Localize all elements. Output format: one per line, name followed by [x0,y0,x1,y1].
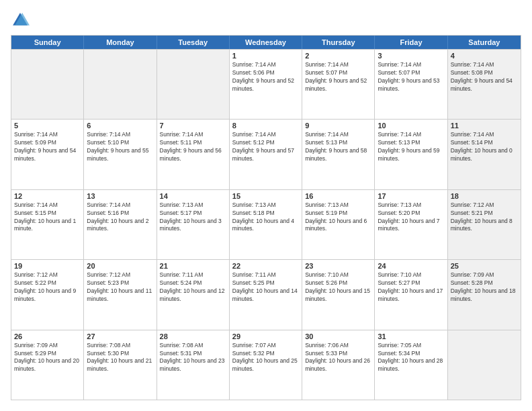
cal-cell: 31Sunrise: 7:05 AM Sunset: 5:34 PM Dayli… [375,330,447,400]
cal-cell: 1Sunrise: 7:14 AM Sunset: 5:06 PM Daylig… [230,50,302,119]
day-number: 4 [451,52,518,60]
day-info: Sunrise: 7:11 AM Sunset: 5:25 PM Dayligh… [232,271,299,304]
cal-cell: 27Sunrise: 7:08 AM Sunset: 5:30 PM Dayli… [84,330,157,400]
cal-cell: 12Sunrise: 7:14 AM Sunset: 5:15 PM Dayli… [11,190,84,259]
day-number: 15 [232,192,299,200]
cal-cell: 6Sunrise: 7:14 AM Sunset: 5:10 PM Daylig… [84,120,157,189]
cal-cell: 7Sunrise: 7:14 AM Sunset: 5:11 PM Daylig… [157,120,230,189]
cal-week-1: 1Sunrise: 7:14 AM Sunset: 5:06 PM Daylig… [11,49,521,119]
day-info: Sunrise: 7:13 AM Sunset: 5:18 PM Dayligh… [232,201,299,234]
day-info: Sunrise: 7:14 AM Sunset: 5:09 PM Dayligh… [14,131,81,163]
day-info: Sunrise: 7:14 AM Sunset: 5:14 PM Dayligh… [451,131,518,163]
cal-cell: 13Sunrise: 7:14 AM Sunset: 5:16 PM Dayli… [84,190,157,259]
day-number: 21 [160,262,226,270]
day-number: 22 [232,262,299,270]
day-number: 24 [378,262,444,270]
day-number: 31 [378,332,444,340]
day-number: 6 [87,122,153,130]
cal-cell: 21Sunrise: 7:11 AM Sunset: 5:24 PM Dayli… [157,260,230,329]
day-info: Sunrise: 7:13 AM Sunset: 5:17 PM Dayligh… [160,201,226,234]
day-number: 9 [305,122,371,130]
cal-cell [157,50,230,119]
day-number: 12 [14,192,81,200]
day-number: 13 [87,192,153,200]
cal-cell: 26Sunrise: 7:09 AM Sunset: 5:29 PM Dayli… [11,330,84,400]
cal-cell: 10Sunrise: 7:14 AM Sunset: 5:13 PM Dayli… [375,120,447,189]
cal-cell: 17Sunrise: 7:13 AM Sunset: 5:20 PM Dayli… [375,190,447,259]
cal-cell: 23Sunrise: 7:10 AM Sunset: 5:26 PM Dayli… [302,260,375,329]
cal-cell: 2Sunrise: 7:14 AM Sunset: 5:07 PM Daylig… [302,50,375,119]
day-number: 17 [378,192,444,200]
day-number: 14 [160,192,226,200]
cal-header-cell: Wednesday [230,36,302,49]
cal-header-cell: Friday [375,36,447,49]
cal-week-5: 26Sunrise: 7:09 AM Sunset: 5:29 PM Dayli… [11,330,521,400]
cal-cell: 14Sunrise: 7:13 AM Sunset: 5:17 PM Dayli… [157,190,230,259]
cal-cell: 28Sunrise: 7:08 AM Sunset: 5:31 PM Dayli… [157,330,230,400]
day-number: 3 [378,52,444,60]
day-info: Sunrise: 7:14 AM Sunset: 5:07 PM Dayligh… [378,61,444,93]
cal-cell: 3Sunrise: 7:14 AM Sunset: 5:07 PM Daylig… [375,50,447,119]
cal-cell: 25Sunrise: 7:09 AM Sunset: 5:28 PM Dayli… [448,260,521,329]
cal-week-2: 5Sunrise: 7:14 AM Sunset: 5:09 PM Daylig… [11,119,521,189]
day-info: Sunrise: 7:05 AM Sunset: 5:34 PM Dayligh… [378,342,444,374]
day-info: Sunrise: 7:08 AM Sunset: 5:31 PM Dayligh… [160,342,226,374]
day-info: Sunrise: 7:09 AM Sunset: 5:29 PM Dayligh… [14,342,81,374]
calendar-header-row: SundayMondayTuesdayWednesdayThursdayFrid… [11,36,521,49]
day-info: Sunrise: 7:14 AM Sunset: 5:13 PM Dayligh… [305,131,371,163]
cal-week-4: 19Sunrise: 7:12 AM Sunset: 5:22 PM Dayli… [11,259,521,329]
day-number: 19 [14,262,81,270]
day-info: Sunrise: 7:13 AM Sunset: 5:19 PM Dayligh… [305,201,371,234]
cal-cell: 8Sunrise: 7:14 AM Sunset: 5:12 PM Daylig… [230,120,302,189]
day-number: 8 [232,122,299,130]
day-info: Sunrise: 7:14 AM Sunset: 5:06 PM Dayligh… [232,61,299,93]
cal-cell: 5Sunrise: 7:14 AM Sunset: 5:09 PM Daylig… [11,120,84,189]
day-number: 1 [232,52,299,60]
cal-cell: 15Sunrise: 7:13 AM Sunset: 5:18 PM Dayli… [230,190,302,259]
day-info: Sunrise: 7:14 AM Sunset: 5:12 PM Dayligh… [232,131,299,163]
day-info: Sunrise: 7:08 AM Sunset: 5:30 PM Dayligh… [87,342,153,374]
logo-icon [11,11,30,30]
cal-cell [448,330,521,400]
day-number: 29 [232,332,299,340]
day-number: 2 [305,52,371,60]
day-info: Sunrise: 7:10 AM Sunset: 5:27 PM Dayligh… [378,271,444,304]
day-number: 18 [451,192,518,200]
day-number: 28 [160,332,226,340]
cal-cell [11,50,84,119]
cal-header-cell: Saturday [448,36,521,49]
day-number: 7 [160,122,226,130]
day-number: 30 [305,332,371,340]
logo [11,11,32,30]
day-info: Sunrise: 7:06 AM Sunset: 5:33 PM Dayligh… [305,342,371,374]
cal-header-cell: Monday [84,36,157,49]
cal-cell: 20Sunrise: 7:12 AM Sunset: 5:23 PM Dayli… [84,260,157,329]
header [11,11,521,30]
day-number: 5 [14,122,81,130]
day-number: 27 [87,332,153,340]
day-info: Sunrise: 7:14 AM Sunset: 5:10 PM Dayligh… [87,131,153,163]
day-info: Sunrise: 7:13 AM Sunset: 5:20 PM Dayligh… [378,201,444,234]
cal-header-cell: Sunday [11,36,84,49]
day-info: Sunrise: 7:14 AM Sunset: 5:07 PM Dayligh… [305,61,371,93]
day-info: Sunrise: 7:12 AM Sunset: 5:22 PM Dayligh… [14,271,81,304]
cal-cell: 22Sunrise: 7:11 AM Sunset: 5:25 PM Dayli… [230,260,302,329]
cal-cell: 29Sunrise: 7:07 AM Sunset: 5:32 PM Dayli… [230,330,302,400]
day-number: 23 [305,262,371,270]
cal-header-cell: Tuesday [157,36,230,49]
day-info: Sunrise: 7:12 AM Sunset: 5:23 PM Dayligh… [87,271,153,304]
page: SundayMondayTuesdayWednesdayThursdayFrid… [0,0,532,411]
day-number: 16 [305,192,371,200]
day-number: 20 [87,262,153,270]
cal-cell: 4Sunrise: 7:14 AM Sunset: 5:08 PM Daylig… [448,50,521,119]
day-number: 11 [451,122,518,130]
day-number: 25 [451,262,518,270]
cal-cell: 9Sunrise: 7:14 AM Sunset: 5:13 PM Daylig… [302,120,375,189]
day-info: Sunrise: 7:14 AM Sunset: 5:13 PM Dayligh… [378,131,444,163]
day-number: 10 [378,122,444,130]
day-info: Sunrise: 7:10 AM Sunset: 5:26 PM Dayligh… [305,271,371,304]
day-info: Sunrise: 7:14 AM Sunset: 5:16 PM Dayligh… [87,201,153,234]
calendar: SundayMondayTuesdayWednesdayThursdayFrid… [11,35,521,400]
day-info: Sunrise: 7:14 AM Sunset: 5:11 PM Dayligh… [160,131,226,163]
day-info: Sunrise: 7:14 AM Sunset: 5:08 PM Dayligh… [451,61,518,93]
